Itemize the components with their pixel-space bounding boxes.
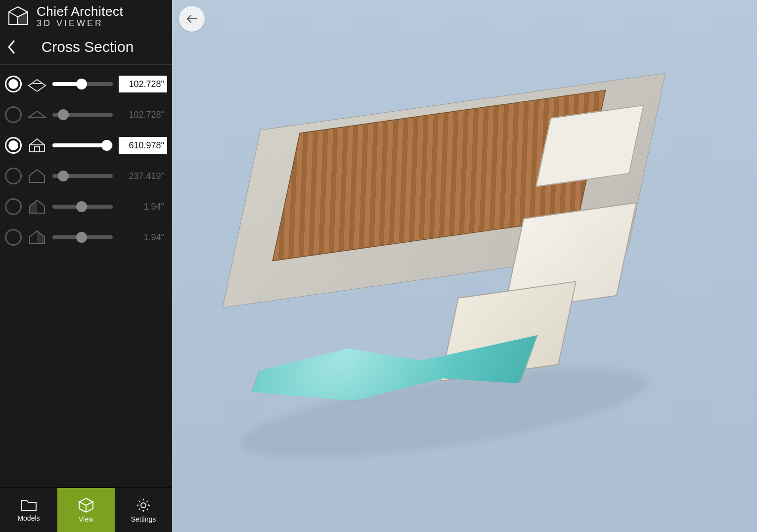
section-row: 1.94"	[4, 191, 168, 222]
nav-models[interactable]: Models	[0, 488, 57, 532]
panel-title: Cross Section	[23, 39, 167, 55]
cross-section-list: 102.728" 102.728" 610.978"	[0, 65, 172, 257]
section-slider[interactable]	[52, 205, 113, 209]
section-roof-top-icon	[28, 75, 46, 93]
section-row: 610.978"	[4, 130, 168, 161]
section-row: 1.94"	[4, 222, 168, 253]
section-value: 102.728"	[119, 110, 167, 120]
section-value-input[interactable]: 102.728"	[119, 76, 167, 92]
section-slider[interactable]	[52, 82, 113, 86]
nav-label: Models	[17, 514, 40, 522]
section-radio[interactable]	[5, 198, 22, 215]
folder-icon	[20, 498, 37, 512]
section-house-open-icon	[28, 136, 46, 155]
3d-viewport[interactable]	[172, 0, 757, 532]
nav-view[interactable]: View	[57, 488, 115, 532]
section-radio[interactable]	[5, 229, 22, 246]
bottom-nav: Models View Settings	[0, 488, 172, 532]
brand-title: Chief Architect	[37, 5, 123, 18]
panel-header: Cross Section	[0, 30, 172, 65]
chevron-left-icon	[7, 40, 16, 54]
section-value: 1.94"	[119, 232, 167, 243]
back-button[interactable]	[0, 40, 23, 54]
section-slider[interactable]	[52, 113, 113, 117]
nav-label: Settings	[131, 515, 156, 523]
section-value-input[interactable]: 610.978"	[119, 137, 167, 154]
section-value: 1.94"	[119, 202, 167, 212]
nav-settings[interactable]: Settings	[115, 488, 172, 532]
section-radio[interactable]	[5, 106, 22, 123]
section-radio[interactable]	[5, 168, 22, 184]
brand-subtitle: 3D VIEWER	[37, 19, 123, 28]
section-house-shaded-left-icon	[28, 197, 46, 216]
app-logo: Chief Architect 3D VIEWER	[0, 0, 172, 30]
gear-icon	[135, 497, 151, 513]
section-row: 102.728"	[4, 69, 168, 99]
svg-point-0	[141, 503, 146, 508]
section-roof-simple-icon	[28, 105, 46, 124]
house-model-render	[197, 82, 667, 438]
section-slider[interactable]	[52, 174, 113, 178]
section-house-outline-icon	[28, 167, 46, 185]
cube-icon	[78, 497, 94, 513]
section-radio[interactable]	[5, 76, 22, 92]
section-slider[interactable]	[52, 235, 113, 239]
nav-label: View	[79, 515, 93, 523]
logo-icon	[7, 5, 30, 28]
sidebar: Chief Architect 3D VIEWER Cross Section …	[0, 0, 172, 532]
section-house-shaded-right-icon	[28, 228, 46, 247]
section-value: 237.419"	[119, 171, 167, 181]
section-radio[interactable]	[5, 137, 22, 154]
section-row: 237.419"	[4, 161, 168, 191]
arrow-left-icon	[186, 14, 198, 24]
section-row: 102.728"	[4, 99, 168, 130]
section-slider[interactable]	[52, 143, 113, 147]
viewport-back-button[interactable]	[179, 6, 205, 32]
